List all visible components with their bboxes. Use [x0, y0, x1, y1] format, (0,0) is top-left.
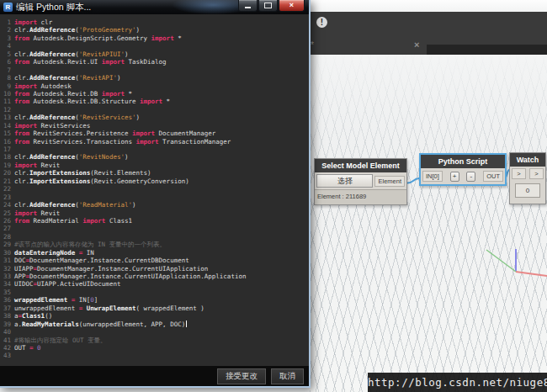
code-line: 20clr.ImportExtensions(Revit.Elements) [0, 169, 309, 177]
search-bar[interactable] [427, 45, 547, 55]
watch-output-port[interactable]: > [529, 168, 544, 179]
code-line: 21clr.ImportExtensions(Revit.GeometryCon… [0, 177, 309, 185]
editor-footer: 接受更改 取消 [0, 366, 309, 386]
python-editor-window: R 编辑 Python 脚本... × 1import clr2clr.AddR… [0, 0, 311, 388]
code-line: 37unwrappedElement = UnwrapElement( wrap… [0, 305, 309, 312]
code-editor[interactable]: 1import clr2clr.AddReference('ProtoGeome… [0, 14, 309, 366]
code-line: 18clr.AddReference('RevitNodes') [0, 153, 309, 161]
close-icon: × [289, 2, 294, 9]
workspace-modified-indicator: * [311, 40, 314, 50]
node-watch-title[interactable]: Watch [510, 153, 545, 167]
tab-close-icon[interactable]: × [414, 40, 419, 50]
info-icon[interactable]: ! [316, 17, 327, 28]
remove-input-button[interactable]: - [466, 172, 475, 182]
select-element-button[interactable]: 选择 [316, 174, 373, 188]
code-line: 11from Autodesk.Revit.DB.Structure impor… [0, 98, 309, 105]
watermark: http://blog.csdn.net/niuge8905 [368, 373, 547, 392]
code-line: 1import clr [0, 19, 309, 26]
code-line: 31DOC=DocumentManager.Instance.CurrentDB… [0, 257, 309, 264]
node-select-preview: Element : 211689 [315, 189, 406, 204]
node-python-title[interactable]: Python Script [421, 155, 505, 168]
code-line: 42OUT = 0 [0, 344, 309, 352]
code-line: 26from ReadMaterial import Class1 [0, 217, 309, 225]
code-line: 7 [0, 66, 309, 74]
dynamo-header: ! * × [310, 12, 547, 55]
code-line: 4 [0, 42, 309, 50]
code-line: 9import Autodesk [0, 82, 309, 90]
dynamo-window-strip [310, 0, 547, 12]
text-cursor [186, 320, 187, 327]
code-line: 15from RevitServices.Persistence import … [0, 130, 309, 137]
code-line: 19import Revit [0, 162, 309, 169]
add-input-button[interactable]: + [450, 172, 459, 182]
node-python-script[interactable]: Python Script IN[0] + - OUT [419, 153, 507, 186]
code-line: 34UIDOC=UIAPP.ActiveUIDocument [0, 280, 309, 288]
minimize-button[interactable] [238, 0, 258, 12]
accept-changes-button[interactable]: 接受更改 [217, 368, 266, 384]
titlebar[interactable]: R 编辑 Python 脚本... × [0, 0, 309, 14]
code-line: 16from RevitServices.Transactions import… [0, 138, 309, 146]
code-line: 23 [0, 193, 309, 201]
code-line: 17 [0, 146, 309, 153]
cancel-button[interactable]: 取消 [271, 368, 304, 384]
code-line: 12 [0, 106, 309, 114]
close-button[interactable]: × [279, 0, 305, 12]
maximize-button[interactable] [258, 0, 278, 12]
code-line: 32UIAPP=DocumentManager.Instance.Current… [0, 265, 309, 273]
code-line: 13clr.AddReference('RevitServices') [0, 114, 309, 121]
watch-value: 0 [515, 183, 540, 198]
output-port-out[interactable]: OUT [483, 171, 503, 182]
window-controls: × [238, 0, 305, 12]
code-line: 29#该节点的输入内容将存储为 IN 变量中的一个列表。 [0, 241, 309, 248]
code-line: 2clr.AddReference('ProtoGeometry') [0, 26, 309, 34]
code-line: 10from Autodesk.Revit.DB import * [0, 90, 309, 98]
code-line: 3from Autodesk.DesignScript.Geometry imp… [0, 34, 309, 42]
minimize-icon [245, 7, 251, 8]
code-line: 39a.ReadMyMaterials(unwrappedElement, AP… [0, 320, 309, 328]
code-line: 30dataEnteringNode = IN [0, 249, 309, 257]
code-line: 43 [0, 352, 309, 359]
watch-input-port[interactable]: > [512, 168, 526, 179]
code-line: 14import RevitServices [0, 122, 309, 130]
maximize-icon [264, 3, 272, 8]
code-line: 33APP=DocumentManager.Instance.CurrentUI… [0, 273, 309, 280]
dynamo-canvas[interactable]: Select Model Element 选择 Element Element … [310, 55, 547, 392]
code-line: 38a=Class1() [0, 312, 309, 320]
node-select-title[interactable]: Select Model Element [315, 159, 406, 172]
output-port-element[interactable]: Element [374, 176, 405, 187]
code-line: 8clr.AddReference('RevitAPI') [0, 74, 309, 82]
screenshot-root: ! * × Select Model Element 选择 Element El… [0, 0, 547, 392]
node-watch[interactable]: Watch > > 0 [509, 152, 546, 204]
grid-fade [310, 55, 547, 392]
node-select-model-element[interactable]: Select Model Element 选择 Element Element … [314, 158, 407, 205]
code-line: 40 [0, 328, 309, 336]
input-port-in0[interactable]: IN[0] [422, 171, 443, 182]
code-line: 25import Revit [0, 209, 309, 217]
code-line: 28 [0, 233, 309, 241]
code-line: 5clr.AddReference('RevitAPIUI') [0, 50, 309, 58]
code-line: 22 [0, 185, 309, 193]
code-line: 24clr.AddReference('ReadMaterial') [0, 201, 309, 209]
code-line: 36wrappedElement = IN[0] [0, 296, 309, 304]
app-icon: R [3, 3, 13, 12]
code-line: 41#将输出内容指定给 OUT 变量。 [0, 336, 309, 344]
code-line: 6from Autodesk.Revit.UI import TaskDialo… [0, 58, 309, 66]
code-line: 35 [0, 289, 309, 296]
window-title: 编辑 Python 脚本... [16, 2, 91, 13]
code-line: 27 [0, 225, 309, 232]
